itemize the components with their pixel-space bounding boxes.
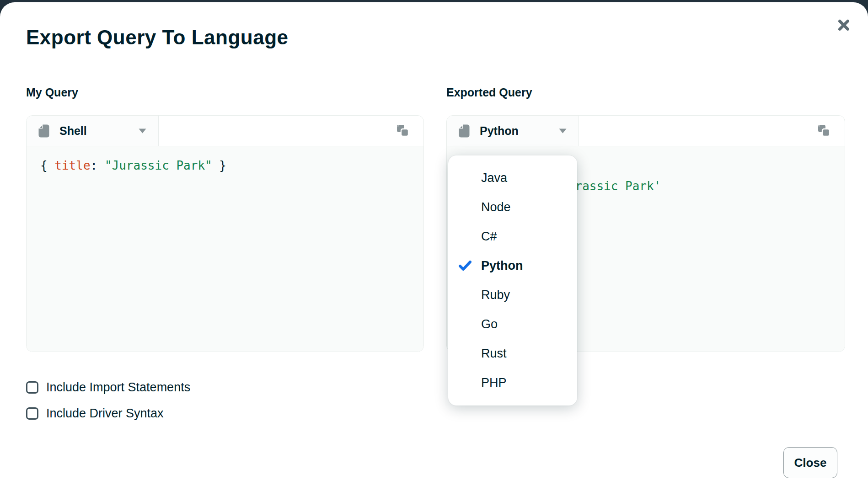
chevron-down-icon (559, 128, 567, 133)
menu-item-label: Python (481, 259, 523, 273)
code-token: : (91, 159, 105, 172)
copy-icon (818, 124, 830, 137)
code-token-field: title (54, 159, 90, 172)
checkmark-icon (458, 259, 472, 272)
my-query-panel: Shell { title: "Jurassic Park" } (26, 115, 424, 352)
code-token: { (40, 159, 54, 172)
check-slot (458, 288, 472, 302)
menu-item-label: C# (481, 229, 497, 244)
menu-item-python[interactable]: Python (448, 251, 577, 280)
export-dialog: Export Query To Language My Query Export… (0, 2, 868, 491)
close-icon[interactable] (836, 17, 852, 33)
check-slot (458, 200, 472, 214)
menu-item-go[interactable]: Go (448, 310, 577, 339)
check-slot (458, 376, 472, 390)
exported-language-value: Python (480, 124, 519, 138)
include-import-statements-row[interactable]: Include Import Statements (26, 380, 190, 395)
menu-item-java[interactable]: Java (448, 163, 577, 192)
include-import-statements-checkbox[interactable] (26, 381, 38, 394)
my-query-language-dropdown[interactable]: Shell (27, 116, 159, 146)
menu-item-rust[interactable]: Rust (448, 339, 577, 368)
menu-item-label: PHP (481, 376, 507, 390)
check-slot (458, 317, 472, 331)
include-driver-syntax-checkbox[interactable] (26, 407, 38, 420)
my-query-label: My Query (26, 86, 78, 99)
include-driver-syntax-row[interactable]: Include Driver Syntax (26, 406, 164, 421)
menu-item-label: Java (481, 171, 507, 185)
code-token: } (212, 159, 226, 172)
close-button[interactable]: Close (783, 447, 837, 478)
menu-item-label: Go (481, 317, 498, 331)
menu-item-label: Rust (481, 347, 507, 361)
file-icon (459, 124, 470, 138)
menu-item-php[interactable]: PHP (448, 368, 577, 397)
dialog-title: Export Query To Language (26, 26, 288, 49)
check-slot (458, 347, 472, 360)
check-slot (458, 229, 472, 243)
my-query-copy-button[interactable] (396, 124, 410, 138)
chevron-down-icon (139, 128, 146, 133)
menu-item-csharp[interactable]: C# (448, 222, 577, 251)
exported-query-label: Exported Query (446, 86, 532, 99)
menu-item-ruby[interactable]: Ruby (448, 280, 577, 310)
checkbox-label[interactable]: Include Import Statements (46, 380, 190, 395)
language-menu: Java Node C# Python Ruby Go Rust (448, 155, 577, 406)
my-query-language-value: Shell (59, 124, 87, 138)
menu-item-label: Ruby (481, 288, 510, 302)
file-icon (38, 124, 49, 138)
menu-item-node[interactable]: Node (448, 192, 577, 222)
checkbox-label[interactable]: Include Driver Syntax (46, 406, 164, 421)
my-query-code-editor[interactable]: { title: "Jurassic Park" } (27, 146, 423, 352)
copy-icon (396, 124, 409, 137)
exported-query-panel-header: Python (447, 116, 845, 146)
my-query-panel-header: Shell (27, 116, 423, 146)
exported-query-copy-button[interactable] (817, 124, 831, 138)
exported-language-dropdown[interactable]: Python (447, 116, 579, 146)
menu-item-label: Node (481, 200, 511, 214)
check-slot (458, 171, 472, 185)
code-token-string: "Jurassic Park" (105, 159, 212, 172)
